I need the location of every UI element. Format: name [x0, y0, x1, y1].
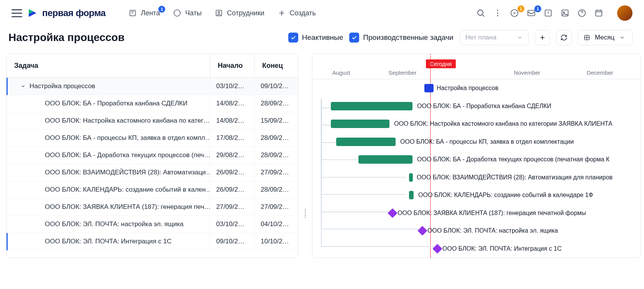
gantt-row: ООО БЛОК: Настройка кастомного канбана п…: [312, 115, 641, 133]
task-end: 28/09/2023: [254, 181, 298, 199]
gantt-label: ООО БЛОК: ЭЛ. ПОЧТА: Интеграция с 1С: [442, 245, 562, 252]
task-end: 28/09/2023: [254, 147, 298, 164]
nav-chats[interactable]: Чаты: [173, 9, 202, 17]
table-row[interactable]: ООО БЛОК: Настройка кастомного канбана п…: [7, 112, 298, 130]
nav-create[interactable]: Создать: [278, 9, 316, 17]
table-row[interactable]: ООО БЛОК: ЭЛ. ПОЧТА: Интеграция с 1С09/1…: [7, 233, 298, 250]
avatar[interactable]: [617, 5, 632, 21]
nav-feed[interactable]: Лента 1: [128, 9, 160, 17]
task-name: ООО БЛОК: ЗАЯВКА КЛИЕНТА (187): генераци…: [45, 203, 210, 211]
chevron-down-icon[interactable]: [20, 84, 26, 89]
plan-dropdown[interactable]: Нет плана: [460, 30, 529, 45]
task-name: ООО БЛОК: БА - процессы КП, заявка в отд…: [45, 134, 210, 142]
gantt-bar[interactable]: [331, 120, 389, 128]
task-name: ООО БЛОК: КАЛЕНДАРЬ: создание событий в …: [45, 186, 210, 194]
nav-create-label: Создать: [290, 9, 316, 17]
kebab-icon[interactable]: [493, 8, 502, 18]
gantt-row: Настройка процессов: [312, 79, 641, 97]
gantt-bar[interactable]: [409, 173, 413, 182]
task-end: 10/10/2023: [254, 233, 298, 250]
task-end: 04/10/2023: [254, 216, 298, 233]
favorites-icon[interactable]: 1: [510, 8, 519, 18]
gantt-chart: Сегодня AugustSeptemberNovemberDecember …: [312, 54, 641, 258]
gantt-row: ООО БЛОК: БА - Проработка канбана СДЕЛКИ: [312, 97, 641, 115]
month-label: November: [493, 69, 562, 76]
gantt-label: ООО БЛОК: БА - Проработка канбана СДЕЛКИ: [417, 103, 551, 110]
gantt-label: ООО БЛОК: ВЗАИМОДЕЙСТВИЯ (28): Автоматиз…: [417, 174, 613, 181]
gantt-bar[interactable]: [424, 84, 434, 92]
task-name: ООО БЛОК: ВЗАИМОДЕЙСТВИЯ (28): Автоматиз…: [45, 169, 210, 176]
checkbox-inactive[interactable]: Неактивные: [288, 33, 343, 43]
brand-text: первая форма: [42, 8, 105, 18]
col-task[interactable]: Задача: [7, 54, 210, 78]
table-row[interactable]: ООО БЛОК: КАЛЕНДАРЬ: создание событий в …: [7, 181, 298, 199]
svg-point-5: [497, 10, 498, 11]
task-start: 29/08/2023: [210, 147, 254, 164]
gantt-bar[interactable]: [336, 138, 396, 146]
nav-employees-label: Сотрудники: [227, 9, 264, 17]
table-row[interactable]: Настройка процессов03/10/202309/10/2023: [7, 78, 298, 95]
task-end: 28/09/2023: [254, 130, 298, 147]
svg-point-12: [564, 12, 565, 13]
inbox-icon[interactable]: 1: [527, 8, 536, 18]
table-row[interactable]: ООО БЛОК: ВЗАИМОДЕЙСТВИЯ (28): Автоматиз…: [7, 164, 298, 181]
view-mode-label: Месяц: [595, 34, 614, 41]
feed-badge: 1: [158, 6, 165, 13]
checkbox-prod-label: Производственные задачи: [363, 33, 453, 42]
search-icon[interactable]: [476, 8, 485, 18]
col-start[interactable]: Начало: [210, 54, 254, 78]
feed-icon: [128, 9, 137, 17]
task-start: 14/08/2023: [210, 112, 254, 130]
task-end: 27/09/2023: [254, 199, 298, 216]
col-end[interactable]: Конец: [254, 54, 298, 78]
gantt-bar[interactable]: [358, 155, 412, 164]
svg-point-3: [218, 11, 220, 13]
refresh-button[interactable]: [556, 30, 572, 45]
plan-placeholder: Нет плана: [465, 34, 496, 41]
chat-icon: [173, 9, 181, 17]
table-row[interactable]: ООО БЛОК: БА - Доработка текущих процесс…: [7, 147, 298, 164]
gantt-row: ООО БЛОК: ЗАЯВКА КЛИЕНТА (187): генераци…: [312, 204, 641, 222]
gantt-milestone[interactable]: [417, 226, 427, 236]
alerts-icon[interactable]: [544, 8, 553, 18]
user-icon: [215, 9, 223, 17]
inbox-badge: 1: [534, 5, 541, 12]
task-start: 26/09/2023: [210, 181, 254, 199]
gantt-label: ООО БЛОК: КАЛЕНДАРЬ: создание событий в …: [418, 192, 593, 199]
task-end: 28/09/2023: [254, 95, 298, 112]
gantt-bar[interactable]: [331, 102, 412, 110]
help-icon[interactable]: [577, 8, 586, 18]
task-start: 03/10/2023: [210, 216, 254, 233]
view-mode-dropdown[interactable]: Месяц: [578, 30, 632, 45]
checkbox-inactive-label: Неактивные: [302, 33, 343, 42]
svg-point-4: [478, 10, 483, 15]
month-label: September: [370, 69, 435, 76]
svg-point-7: [497, 15, 498, 16]
task-end: 09/10/2023: [254, 78, 298, 95]
task-start: 09/10/2023: [210, 233, 254, 250]
menu-hamburger[interactable]: [12, 9, 22, 17]
svg-rect-14: [596, 10, 602, 16]
nav-feed-label: Лента: [141, 9, 160, 17]
gantt-label: ООО БЛОК: ЗАЯВКА КЛИЕНТА (187): генераци…: [398, 210, 586, 217]
table-row[interactable]: ООО БЛОК: БА - процессы КП, заявка в отд…: [7, 130, 298, 147]
calendar-icon[interactable]: [594, 8, 603, 18]
month-label: August: [312, 69, 370, 76]
svg-point-6: [497, 12, 498, 13]
table-row[interactable]: ООО БЛОК: ЗАЯВКА КЛИЕНТА (187): генераци…: [7, 199, 298, 216]
table-row[interactable]: ООО БЛОК: БА - Проработка канбана СДЕЛКИ…: [7, 95, 298, 112]
gantt-milestone[interactable]: [432, 244, 442, 253]
add-button[interactable]: [535, 30, 550, 45]
gantt-row: ООО БЛОК: ВЗАИМОДЕЙСТВИЯ (28): Автоматиз…: [312, 169, 641, 187]
gantt-row: ООО БЛОК: КАЛЕНДАРЬ: создание событий в …: [312, 186, 641, 204]
gantt-row: ООО БЛОК: БА - процессы КП, заявка в отд…: [312, 133, 641, 151]
svg-rect-9: [528, 10, 535, 16]
gantt-milestone[interactable]: [388, 208, 397, 218]
logo: первая форма: [27, 7, 105, 19]
image-icon[interactable]: [560, 8, 570, 18]
table-row[interactable]: ООО БЛОК: ЭЛ. ПОЧТА: настройка эл. ящика…: [7, 216, 298, 233]
splitter[interactable]: [304, 54, 307, 258]
checkbox-prod[interactable]: Производственные задачи: [349, 33, 453, 43]
nav-employees[interactable]: Сотрудники: [215, 9, 264, 17]
gantt-bar[interactable]: [409, 191, 414, 199]
